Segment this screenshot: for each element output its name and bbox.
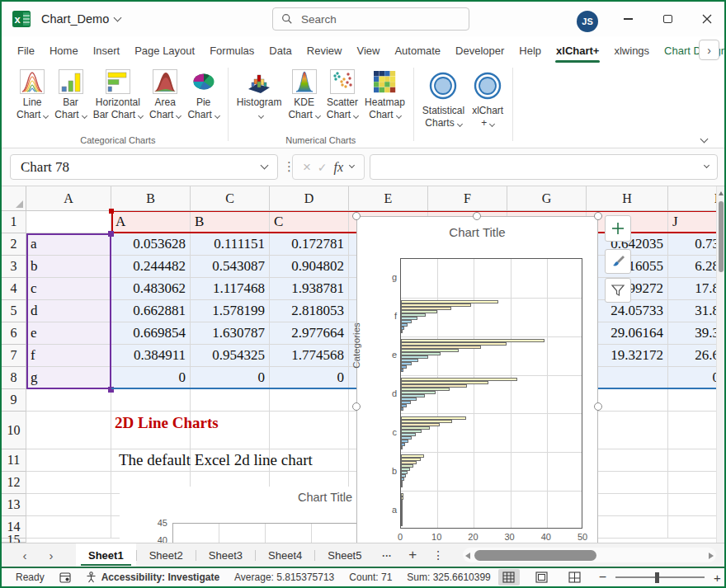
document-title[interactable]: Chart_Demo: [41, 12, 120, 26]
row-header-10[interactable]: 10: [2, 412, 26, 449]
cell-D4[interactable]: 1.938781: [270, 278, 349, 300]
cell-D10[interactable]: [270, 412, 349, 449]
sheet-tab-sheet2[interactable]: Sheet2: [137, 543, 196, 567]
kde-chart-button[interactable]: KDEChart: [285, 68, 323, 134]
cell-B4[interactable]: 0.483062: [111, 278, 191, 300]
cell-C3[interactable]: 0.543087: [191, 256, 270, 278]
user-avatar[interactable]: JS: [577, 11, 598, 32]
tab-home[interactable]: Home: [42, 36, 86, 64]
column-header-B[interactable]: B: [111, 186, 191, 211]
cell-D8[interactable]: 0: [270, 367, 349, 389]
new-sheet-button[interactable]: +: [400, 543, 425, 567]
insert-function-button[interactable]: fx: [334, 160, 344, 175]
chevron-down-icon[interactable]: [704, 162, 710, 168]
selection-handle[interactable]: [594, 212, 602, 220]
tab-insert[interactable]: Insert: [86, 36, 128, 64]
tab-review[interactable]: Review: [299, 36, 350, 64]
column-header-E[interactable]: E: [349, 186, 428, 211]
sheet-tab-sheet1[interactable]: Sheet1: [76, 543, 136, 567]
column-header-G[interactable]: G: [507, 186, 587, 211]
cell-D7[interactable]: 1.774568: [270, 345, 349, 367]
line-chart-button[interactable]: LineChart: [13, 68, 51, 134]
chevron-down-icon[interactable]: [349, 162, 355, 168]
cell-B2[interactable]: 0.053628: [111, 233, 191, 256]
cell-D6[interactable]: 2.977664: [270, 322, 349, 345]
cell-H11[interactable]: [587, 449, 668, 472]
formula-input[interactable]: [370, 154, 718, 180]
chart-elements-button[interactable]: [605, 215, 631, 242]
cell-H6[interactable]: 29.06164: [587, 322, 668, 345]
selection-handle[interactable]: [352, 212, 361, 220]
cell-D5[interactable]: 2.818053: [270, 300, 349, 322]
sheet-options-button[interactable]: ⋮: [425, 543, 451, 567]
more-ribbon-tabs-button[interactable]: ›: [699, 40, 719, 60]
heatmap-chart-button[interactable]: HeatmapChart: [361, 68, 408, 134]
selection-handle[interactable]: [473, 212, 481, 220]
row-header-12[interactable]: 12: [2, 472, 26, 494]
statistical-charts-button[interactable]: StatisticalCharts: [419, 68, 468, 134]
column-header-A[interactable]: A: [26, 186, 111, 211]
cell-A9[interactable]: [26, 389, 111, 412]
pie-chart-button[interactable]: PieChart: [184, 68, 222, 134]
cell-A10[interactable]: [26, 412, 111, 449]
status-count[interactable]: Count: 71: [342, 572, 399, 583]
sheet-nav-left-button[interactable]: ‹: [12, 543, 38, 567]
selection-handle[interactable]: [352, 402, 361, 411]
horizontal-scrollbar[interactable]: [463, 548, 716, 562]
worksheet-grid[interactable]: ABCDEFGHI123456789101112131415ABCJa0.053…: [2, 186, 724, 543]
embedded-line-chart[interactable]: Chart Title4540: [120, 487, 356, 543]
cell-D1[interactable]: C: [270, 211, 349, 233]
cell-A6[interactable]: e: [26, 322, 111, 345]
accessibility-status[interactable]: Accessibility: Investigate: [78, 572, 227, 583]
cancel-button[interactable]: ×: [303, 159, 311, 176]
cell-A3[interactable]: b: [26, 256, 111, 278]
more-sheets-button[interactable]: •••: [374, 543, 400, 567]
minimize-button[interactable]: [610, 2, 646, 36]
cell-A13[interactable]: [26, 494, 111, 516]
cell-A7[interactable]: f: [26, 345, 111, 367]
sheet-tab-sheet4[interactable]: Sheet4: [256, 543, 314, 567]
zoom-level[interactable]: 100%: [723, 572, 726, 583]
column-header-H[interactable]: H: [587, 186, 668, 211]
chart-styles-button[interactable]: [605, 249, 631, 274]
cell-C4[interactable]: 1.117468: [191, 278, 270, 300]
cell-D2[interactable]: 0.172781: [270, 233, 349, 256]
row-header-6[interactable]: 6: [2, 322, 26, 345]
vertical-scrollbar[interactable]: [716, 186, 724, 543]
cell-D3[interactable]: 0.904802: [270, 256, 349, 278]
cell-D9[interactable]: [270, 389, 349, 412]
enter-button[interactable]: ✓: [318, 161, 328, 174]
cell-H14[interactable]: [587, 516, 668, 539]
status-ready[interactable]: Ready: [8, 572, 52, 583]
tab-formulas[interactable]: Formulas: [202, 36, 262, 64]
cell-B9[interactable]: [111, 389, 191, 412]
row-header-7[interactable]: 7: [2, 345, 26, 367]
status-average[interactable]: Average: 5.815375713: [227, 572, 342, 583]
tab-xlchart-[interactable]: xlChart+: [549, 36, 606, 64]
vertical-scrollbar-thumb[interactable]: [719, 201, 724, 272]
close-button[interactable]: [689, 2, 725, 36]
cell-B7[interactable]: 0.384911: [111, 345, 191, 367]
cell-A4[interactable]: c: [26, 278, 111, 300]
cell-A12[interactable]: [26, 472, 111, 494]
tab-file[interactable]: File: [10, 36, 42, 64]
zoom-in-button[interactable]: +: [712, 571, 723, 585]
cell-A11[interactable]: [26, 449, 111, 472]
maximize-button[interactable]: [649, 2, 686, 36]
cell-B1[interactable]: A: [111, 211, 191, 233]
select-all-corner[interactable]: [2, 186, 26, 211]
cell-C7[interactable]: 0.954325: [191, 345, 270, 367]
row-header-4[interactable]: 4: [2, 278, 26, 300]
cell-B5[interactable]: 0.662881: [111, 300, 191, 322]
cell-B6[interactable]: 0.669854: [111, 322, 191, 345]
column-header-F[interactable]: F: [428, 186, 507, 211]
cell-C9[interactable]: [191, 389, 270, 412]
column-header-C[interactable]: C: [191, 186, 270, 211]
tab-xlwings[interactable]: xlwings: [606, 36, 657, 64]
row-header-5[interactable]: 5: [2, 300, 26, 322]
cell-H10[interactable]: [587, 412, 668, 449]
scroll-right-arrow-icon[interactable]: [709, 553, 714, 559]
scatter-chart-button[interactable]: ScatterChart: [323, 68, 361, 134]
zoom-out-button[interactable]: −: [597, 570, 608, 585]
tab-data[interactable]: Data: [262, 36, 299, 64]
